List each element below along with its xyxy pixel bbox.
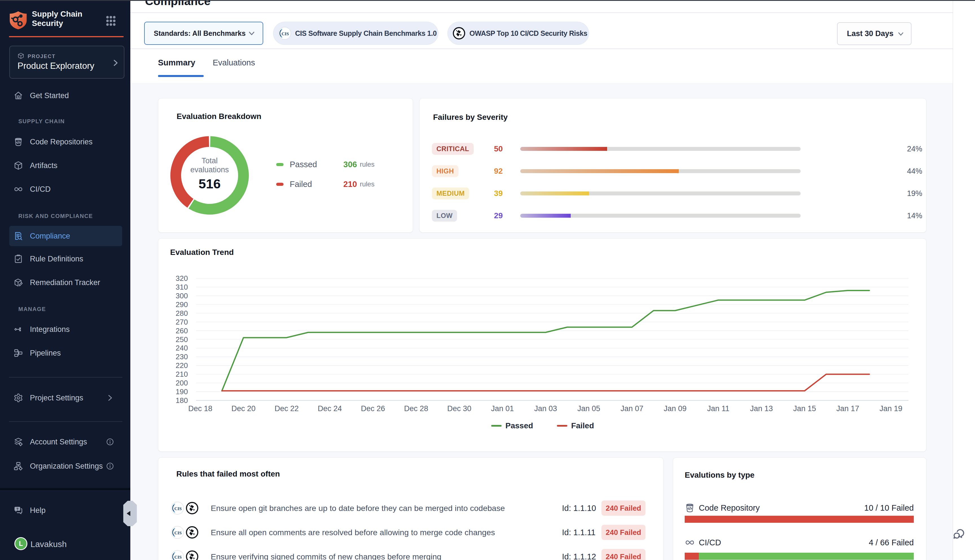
severity-row-low: LOW2914%: [419, 205, 927, 227]
trend-legend-item-passed[interactable]: Passed: [491, 421, 533, 430]
sidebar-item-project-settings[interactable]: Project Settings: [9, 388, 122, 408]
sidebar-collapse-handle[interactable]: [123, 501, 137, 526]
chevron-down-icon: [248, 30, 255, 37]
legend-swatch: [276, 183, 284, 186]
sidebar-item-label: Project Settings: [30, 393, 83, 402]
user-avatar[interactable]: L: [14, 537, 27, 550]
cis-logo-icon: CIS: [171, 526, 184, 539]
sidebar-item-label: Account Settings: [30, 438, 87, 447]
sidebar-item-label: Integrations: [30, 325, 70, 334]
owasp-logo-icon: [185, 550, 199, 560]
total-evaluations-value: 516: [170, 176, 249, 192]
benchmark-chip-cis[interactable]: CIS CIS Software Supply Chain Benchmarks…: [273, 22, 438, 45]
org-settings-icon: [13, 461, 23, 471]
summary-panel: Evaluation Breakdown Totalevaluations 51…: [130, 83, 953, 560]
severity-bar-track: [520, 192, 801, 195]
artifacts-icon: [13, 161, 23, 170]
gear-icon: [13, 393, 23, 403]
app-grid-icon[interactable]: [106, 16, 116, 26]
sidebar-item-account-settings[interactable]: Account Settings: [9, 432, 122, 452]
severity-percent: 44%: [907, 167, 922, 175]
sidebar-item-organization-settings[interactable]: Organization Settings: [9, 456, 122, 476]
severity-bar-fill: [520, 192, 589, 195]
sidebar-item-label: Remediation Tracker: [30, 278, 100, 287]
sidebar-item-pipelines[interactable]: Pipelines: [9, 343, 122, 363]
active-tab-underline: [158, 75, 204, 77]
tab-evaluations[interactable]: Evaluations: [213, 58, 255, 67]
severity-percent: 14%: [907, 211, 922, 220]
svg-text:300: 300: [176, 292, 188, 300]
svg-text:230: 230: [176, 352, 188, 361]
type-bar-segment: [699, 553, 914, 560]
tab-summary[interactable]: Summary: [158, 58, 195, 67]
rule-row[interactable]: CISEnsure open git branches are up to da…: [158, 496, 664, 520]
rule-id: Id: 1.1.10: [562, 503, 596, 513]
sidebar-item-remediation-tracker[interactable]: Remediation Tracker: [9, 272, 122, 293]
user-name[interactable]: Lavakush: [30, 539, 67, 549]
type-bar-segment: [685, 553, 699, 560]
standards-filter-select[interactable]: Standards: All Benchmarks: [144, 22, 263, 45]
rule-row[interactable]: CISEnsure verifying signed commits of ne…: [158, 545, 664, 560]
severity-bar-fill: [520, 169, 679, 173]
cis-logo-icon: CIS: [171, 550, 184, 560]
sidebar-item-integrations[interactable]: Integrations: [9, 319, 122, 340]
type-bar-segment: [685, 516, 914, 523]
sidebar-item-label: Pipelines: [30, 349, 61, 358]
card-title: Evalutions by type: [685, 471, 755, 480]
svg-text:280: 280: [176, 309, 188, 318]
sidebar-item-help[interactable]: ? Help: [9, 500, 122, 520]
account-settings-icon: [13, 437, 23, 447]
sidebar-item-get-started[interactable]: Get Started: [9, 85, 122, 106]
sidebar: Supply Chain Security PROJECT Product Ex…: [0, 0, 130, 560]
date-range-select[interactable]: Last 30 Days: [837, 22, 912, 45]
sidebar-item-ci-cd[interactable]: CI/CD: [9, 179, 122, 199]
severity-badge: HIGH: [432, 165, 458, 177]
rule-definitions-icon: [13, 254, 23, 263]
svg-text:270: 270: [176, 318, 188, 326]
failures-by-severity-card: Failures by Severity CRITICAL5024%HIGH92…: [419, 98, 927, 233]
severity-count: 92: [494, 167, 503, 176]
rule-id: Id: 1.1.12: [562, 552, 596, 560]
svg-text:180: 180: [176, 396, 188, 405]
type-bar: [685, 553, 914, 560]
legend-unit: rules: [360, 160, 374, 168]
legend-value: 210: [343, 180, 357, 189]
sidebar-footer-divider: [0, 488, 130, 490]
page-title: Compliance: [145, 0, 210, 8]
nav-section-label: RISK AND COMPLIANCE: [18, 213, 93, 219]
svg-text:310: 310: [176, 283, 188, 291]
svg-text:260: 260: [176, 327, 188, 335]
severity-bar-fill: [520, 214, 571, 218]
legend-unit: rules: [360, 180, 374, 188]
date-range-label: Last 30 Days: [847, 29, 893, 38]
app-title: Supply Chain Security: [32, 9, 102, 28]
project-cube-icon: [17, 52, 24, 60]
owasp-logo-icon: [185, 526, 199, 539]
chevron-right-icon: [106, 393, 114, 402]
sidebar-item-label: Compliance: [30, 232, 70, 240]
rule-row[interactable]: CISEnsure all open comments are resolved…: [158, 520, 664, 545]
donut-center: Totalevaluations 516: [170, 156, 249, 192]
rule-id: Id: 1.1.11: [562, 528, 596, 537]
project-selector[interactable]: PROJECT Product Exploratory: [9, 46, 124, 79]
sidebar-item-compliance[interactable]: Compliance: [9, 226, 122, 246]
legend-label: Passed: [290, 160, 343, 169]
sidebar-item-code-repositories[interactable]: Code Repositories: [9, 132, 122, 152]
sidebar-item-artifacts[interactable]: Artifacts: [9, 155, 122, 176]
chat-launcher-icon[interactable]: [952, 528, 966, 541]
sidebar-item-label: Artifacts: [30, 161, 58, 170]
project-name: Product Exploratory: [17, 61, 94, 71]
trend-legend-item-failed[interactable]: Failed: [557, 421, 594, 430]
rule-text: Ensure all open comments are resolved be…: [211, 528, 495, 537]
type-row-code-repository: Code Repository10 / 10 Failed: [673, 503, 927, 523]
svg-text:210: 210: [176, 370, 188, 378]
info-icon: [106, 462, 114, 470]
collapse-left-icon: [127, 511, 130, 516]
legend-label: Failed: [571, 421, 594, 430]
legend-swatch: [557, 425, 568, 427]
main-area: Compliance Standards: All Benchmarks CIS…: [130, 0, 953, 560]
sidebar-item-rule-definitions[interactable]: Rule Definitions: [9, 249, 122, 269]
benchmark-chip-owasp[interactable]: OWASP Top 10 CI/CD Security Risks: [447, 22, 589, 45]
chevron-down-icon: [897, 30, 904, 37]
nav-divider: [9, 421, 122, 422]
